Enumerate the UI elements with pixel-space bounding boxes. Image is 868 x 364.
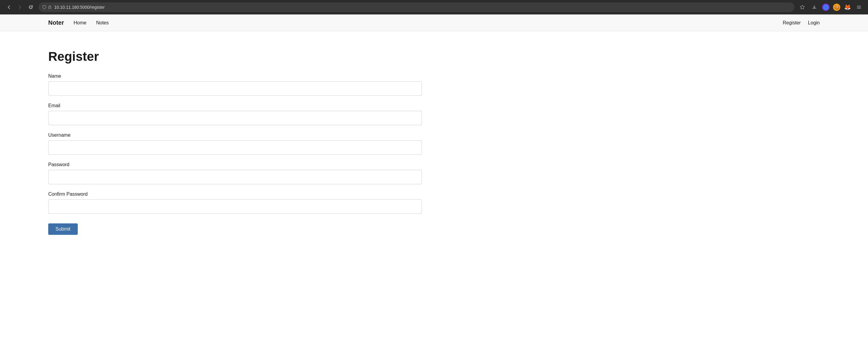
- password-label: Password: [48, 162, 820, 167]
- confirm-password-label: Confirm Password: [48, 192, 820, 197]
- name-label: Name: [48, 73, 820, 79]
- download-button[interactable]: [810, 3, 818, 11]
- brand-link[interactable]: Noter: [48, 19, 64, 26]
- nav-right: Register Login: [783, 20, 820, 26]
- avatar-emoji[interactable]: 🦊: [844, 4, 851, 11]
- url-text: 10.10.11.160:5000/register: [54, 5, 104, 10]
- svg-rect-0: [49, 7, 51, 9]
- menu-button[interactable]: [855, 3, 863, 11]
- bookmark-button[interactable]: [798, 3, 807, 11]
- submit-button[interactable]: Submit: [48, 223, 78, 235]
- password-field-group: Password: [48, 162, 820, 184]
- avatar-yellow[interactable]: 🍪: [833, 4, 840, 11]
- home-link[interactable]: Home: [73, 20, 87, 26]
- confirm-password-input[interactable]: [48, 199, 422, 214]
- browser-actions: 🌐 🍪 🦊: [798, 3, 863, 11]
- forward-button[interactable]: [16, 3, 24, 11]
- back-button[interactable]: [5, 3, 13, 11]
- password-input[interactable]: [48, 170, 422, 184]
- nav-left: Noter Home Notes: [48, 19, 109, 26]
- lock-icon: [48, 5, 52, 9]
- username-label: Username: [48, 132, 820, 138]
- name-field-group: Name: [48, 73, 820, 96]
- username-field-group: Username: [48, 132, 820, 155]
- email-input[interactable]: [48, 111, 422, 125]
- avatar-purple[interactable]: 🌐: [822, 4, 830, 11]
- register-form: Name Email Username Password Confirm Pas…: [48, 73, 820, 235]
- shield-icon: [42, 5, 46, 9]
- address-bar[interactable]: 10.10.11.160:5000/register: [38, 2, 795, 12]
- main-content: Register Name Email Username Password Co…: [0, 31, 868, 253]
- browser-nav-buttons: [5, 3, 35, 11]
- reload-button[interactable]: [27, 3, 35, 11]
- username-input[interactable]: [48, 140, 422, 155]
- notes-link[interactable]: Notes: [96, 20, 109, 26]
- login-link[interactable]: Login: [808, 20, 820, 26]
- register-link[interactable]: Register: [783, 20, 801, 26]
- email-label: Email: [48, 103, 820, 108]
- email-field-group: Email: [48, 103, 820, 125]
- name-input[interactable]: [48, 81, 422, 96]
- page-title: Register: [48, 49, 820, 64]
- confirm-password-field-group: Confirm Password: [48, 192, 820, 214]
- browser-chrome: 10.10.11.160:5000/register 🌐 🍪 🦊: [0, 0, 868, 14]
- app-navbar: Noter Home Notes Register Login: [0, 14, 868, 31]
- address-bar-icons: [42, 5, 52, 9]
